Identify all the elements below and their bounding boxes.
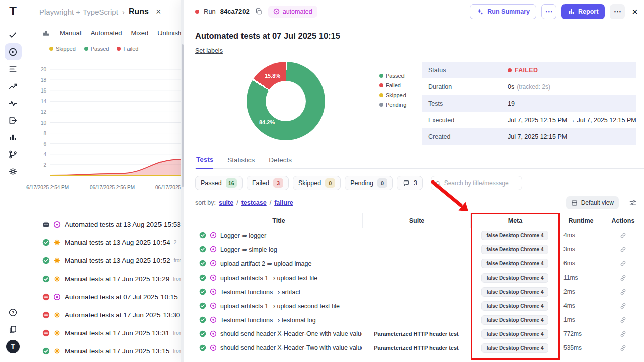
link-icon[interactable] (602, 302, 644, 310)
link-icon[interactable] (602, 288, 644, 296)
copy-icon[interactable] (254, 7, 264, 16)
run-list-item[interactable]: Manual tests at 13 Aug 2025 10:52from (26, 251, 182, 269)
column-header-meta: Meta (470, 213, 559, 228)
runs-filter-tab[interactable]: Mixed (131, 29, 149, 37)
runs-filter-tab[interactable]: Automated (91, 29, 122, 37)
runs-play-icon[interactable] (5, 43, 22, 60)
meta-badge: false Desktop Chrome 4 (481, 315, 549, 325)
run-list-item[interactable]: Automated tests at 07 Jul 2025 10:15 (26, 288, 182, 306)
result-donut-chart: 15.8% 84.2% (247, 62, 325, 140)
run-list-item[interactable]: Manual tests at 13 Aug 2025 10:542 (26, 233, 182, 251)
filter-chip[interactable]: Pending0 (345, 176, 393, 190)
sliders-icon[interactable] (628, 198, 638, 208)
run-list-item[interactable]: Manual tests at 17 Jun 2025 13:31from (26, 324, 182, 342)
run-list-item[interactable]: Automated tests at 17 Jun 2025 13:30 (26, 306, 182, 324)
run-list-item[interactable]: Manual tests at 17 Jun 2025 13:15from (26, 342, 182, 360)
detail-tabs: TestsStatisticsDefects (195, 156, 644, 169)
columns-icon[interactable] (5, 129, 22, 146)
table-row[interactable]: Testomat functions ⇒ testomat logfalse D… (195, 313, 644, 327)
sort-link-failure[interactable]: failure (274, 199, 293, 206)
gear-icon[interactable] (5, 163, 22, 180)
manual-icon (53, 347, 61, 355)
link-icon[interactable] (602, 274, 644, 282)
link-icon[interactable] (602, 330, 644, 338)
comments-chip[interactable]: 3 (397, 176, 423, 190)
cell-title: Testomat functions ⇒ testomat log (195, 316, 362, 324)
automated-badge[interactable]: automated (268, 6, 317, 18)
panel-more-button[interactable]: ⋯ (610, 4, 625, 19)
trend-icon[interactable] (5, 77, 22, 95)
default-view-button[interactable]: Default view (566, 196, 619, 209)
detail-tab[interactable]: Defects (269, 156, 292, 168)
list-icon[interactable] (5, 60, 22, 77)
close-icon[interactable]: × (156, 7, 162, 16)
sort-row: sort by: suite/testcase/failure Default … (195, 196, 638, 209)
table-row[interactable]: upload artifacts 1 ⇒ upload text filefal… (195, 270, 644, 285)
rail-bottom: ? T (5, 304, 22, 355)
link-icon[interactable] (602, 316, 644, 324)
table-row[interactable]: Logger ⇒ simple logfalse Desktop Chrome … (195, 242, 644, 256)
donut-failed-label: 15.8% (265, 73, 280, 79)
detail-tab[interactable]: Tests (196, 156, 213, 169)
chip-label: Passed (201, 179, 222, 187)
test-title: Logger ⇒ logger (220, 232, 266, 239)
filter-chip[interactable]: Skipped0 (293, 176, 341, 190)
sort-link-testcase[interactable]: testcase (242, 199, 267, 206)
export-icon[interactable] (5, 112, 22, 129)
report-bars-icon (568, 8, 575, 15)
run-title: Automated tests at 17 Jun 2025 13:30 (65, 311, 180, 319)
cell-meta: false Desktop Chrome 4 (470, 315, 559, 325)
link-icon[interactable] (602, 344, 644, 352)
cell-runtime: 4ms (559, 302, 602, 309)
set-labels-link[interactable]: Set labels (195, 47, 223, 54)
donut-legend: PassedFailedSkippedPending (379, 62, 406, 145)
table-row[interactable]: should send header X-Header-Two with val… (195, 341, 644, 355)
cell-meta: false Desktop Chrome 4 (470, 287, 559, 297)
comment-icon (403, 179, 410, 187)
run-list-item[interactable]: Automated tests at 13 Aug 2025 15:53 (26, 215, 182, 233)
cell-runtime: 4ms (559, 232, 602, 239)
run-list-item[interactable]: Manual tests at 17 Jun 2025 13:29from (26, 269, 182, 288)
run-summary-button[interactable]: Run Summary (470, 4, 536, 19)
table-row[interactable]: should send header X-Header-One with val… (195, 327, 644, 341)
filter-chip[interactable]: Passed16 (195, 176, 243, 190)
pulse-icon[interactable] (5, 95, 22, 112)
chip-label: Pending (350, 179, 373, 187)
table-row[interactable]: Testomat functions ⇒ artifactfalse Deskt… (195, 285, 644, 299)
panel-scrollbar[interactable] (181, 0, 184, 362)
breadcrumb-project[interactable]: Playwright + TypeScript (39, 8, 118, 16)
table-row[interactable]: upload artifact 2 ⇒ upload imagefalse De… (195, 256, 644, 270)
help-icon[interactable]: ? (5, 304, 22, 321)
table-row[interactable]: Logger ⇒ loggerfalse Desktop Chrome 44ms (195, 228, 644, 242)
runs-filter-tab[interactable]: Unfinished (157, 29, 182, 37)
more-actions-button[interactable]: ⋯ (541, 4, 556, 19)
branch-icon[interactable] (5, 146, 22, 163)
search-box[interactable] (431, 176, 522, 190)
link-icon[interactable] (602, 246, 644, 253)
meta-badge: false Desktop Chrome 4 (481, 287, 549, 297)
chart-icon[interactable] (41, 28, 51, 38)
table-row[interactable]: upload artifacts 1 ⇒ upload second text … (195, 299, 644, 313)
docs-icon[interactable] (5, 321, 22, 338)
automated-rocket-icon (210, 274, 217, 281)
runs-filter-tab[interactable]: Manual (60, 29, 82, 37)
link-icon[interactable] (602, 260, 644, 267)
column-header-actions: Actions (602, 213, 644, 228)
testomat-logo[interactable]: T (9, 5, 17, 17)
check-icon[interactable] (5, 26, 22, 43)
detail-tab[interactable]: Statistics (227, 156, 255, 168)
passed-check-icon (199, 246, 206, 253)
cell-title: upload artifacts 1 ⇒ upload text file (195, 274, 362, 282)
search-input[interactable] (444, 179, 518, 187)
report-button[interactable]: Report (561, 4, 605, 19)
sort-link-suite[interactable]: suite (219, 199, 233, 206)
column-header-title: Title (195, 213, 362, 228)
close-icon[interactable]: × (632, 7, 638, 17)
sparkles-icon (476, 8, 484, 15)
grid-icon (571, 200, 578, 206)
round-logo[interactable]: T (5, 338, 22, 355)
filter-chip[interactable]: Failed3 (247, 176, 289, 190)
automated-icon (53, 293, 61, 301)
link-icon[interactable] (602, 232, 644, 239)
info-value: Jul 7, 2025 12:15 PM (508, 133, 567, 140)
